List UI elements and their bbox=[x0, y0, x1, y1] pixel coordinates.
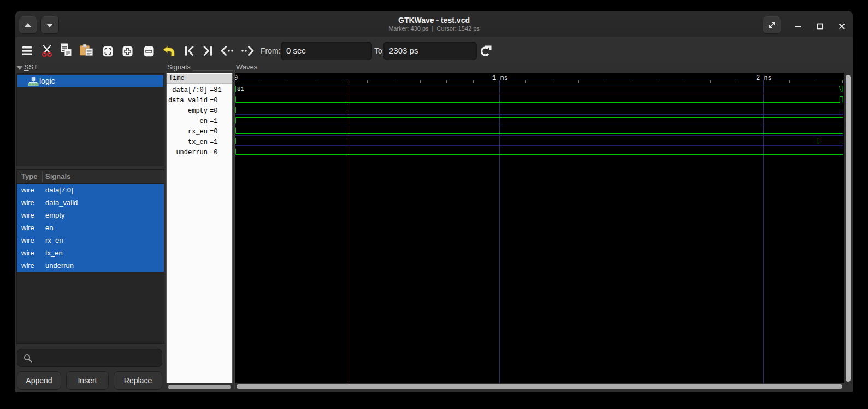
svg-text:2 ns: 2 ns bbox=[756, 74, 772, 82]
svg-text:81: 81 bbox=[237, 86, 245, 92]
svg-text:1 ns: 1 ns bbox=[492, 74, 508, 82]
svg-text:0: 0 bbox=[235, 74, 238, 82]
